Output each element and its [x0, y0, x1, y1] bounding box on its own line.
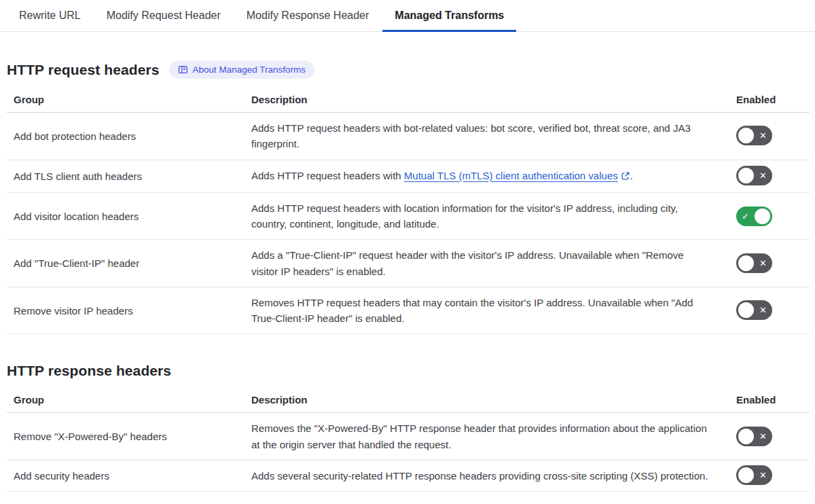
response-headers-section: HTTP response headers Group Description …	[7, 363, 810, 501]
table-row: Add TLS client auth headers Adds HTTP re…	[7, 160, 810, 193]
description-text: Adds HTTP request headers with bot-relat…	[244, 113, 728, 160]
description-text: Adds several security-related HTTP respo…	[244, 461, 728, 491]
request-section-title: HTTP request headers	[7, 62, 160, 78]
table-row: Add bot protection headers Adds HTTP req…	[7, 113, 810, 160]
toggle-knob	[738, 128, 754, 143]
transform-rules-tabbar: Rewrite URL Modify Request Header Modify…	[0, 0, 815, 32]
request-headers-table: Group Description Enabled Add bot protec…	[7, 88, 810, 334]
tab-modify-response-header[interactable]: Modify Response Header	[234, 0, 382, 32]
toggle-knob	[738, 429, 754, 444]
column-header-group: Group	[7, 389, 244, 412]
x-icon: ✕	[756, 171, 770, 180]
x-icon: ✕	[756, 306, 770, 314]
toggle-knob	[738, 302, 754, 318]
group-label: Add security headers	[7, 462, 244, 490]
column-header-description: Description	[244, 389, 728, 412]
about-managed-transforms-badge[interactable]: About Managed Transforms	[169, 60, 315, 79]
tab-rewrite-url[interactable]: Rewrite URL	[7, 0, 93, 32]
table-row: Add "True-Client-IP" header Adds a "True…	[7, 240, 810, 287]
toggle-add-visitor-location-headers[interactable]: ✓	[736, 206, 772, 226]
toggle-knob	[755, 209, 770, 224]
response-section-title: HTTP response headers	[7, 363, 171, 379]
external-link-icon	[621, 169, 630, 185]
group-label: Remove visitor IP headers	[7, 297, 244, 325]
table-row: Remove "X-Powered-By" headers Removes th…	[7, 413, 810, 461]
toggle-remove-visitor-ip-headers[interactable]: ✕	[736, 300, 772, 320]
group-label: Add "True-Client-IP" header	[7, 249, 244, 277]
toggle-add-security-headers[interactable]: ✕	[736, 465, 772, 485]
book-icon	[178, 65, 188, 75]
group-label: Add bot protection headers	[7, 122, 244, 150]
description-text: Adds a "True-Client-IP" request header w…	[244, 240, 728, 287]
description-prefix: Adds HTTP request headers with	[251, 170, 404, 181]
x-icon: ✕	[756, 471, 770, 480]
group-label: Add visitor location headers	[7, 202, 244, 230]
toggle-add-true-client-ip-header[interactable]: ✕	[736, 253, 772, 273]
mtls-docs-link[interactable]: Mutual TLS (mTLS) client authentication …	[404, 170, 618, 181]
toggle-add-tls-client-auth-headers[interactable]: ✕	[736, 166, 772, 185]
tab-managed-transforms[interactable]: Managed Transforms	[382, 0, 516, 32]
check-icon: ✓	[738, 212, 753, 221]
table-row: Add visitor location headers Adds HTTP r…	[7, 193, 810, 240]
group-label: Add TLS client auth headers	[7, 162, 244, 190]
toggle-knob	[738, 168, 754, 183]
table-row: Remove visitor IP headers Removes HTTP r…	[7, 287, 810, 335]
column-header-enabled: Enabled	[728, 88, 810, 112]
request-headers-section: HTTP request headers About Managed Trans…	[7, 60, 810, 334]
toggle-knob	[738, 255, 754, 271]
toggle-remove-x-powered-by-headers[interactable]: ✕	[736, 427, 772, 446]
tab-modify-request-header[interactable]: Modify Request Header	[94, 0, 233, 32]
description-text: Adds HTTP request headers with location …	[244, 193, 728, 240]
column-header-enabled: Enabled	[728, 389, 810, 412]
x-icon: ✕	[756, 432, 770, 441]
x-icon: ✕	[756, 259, 770, 268]
toggle-knob	[738, 467, 754, 483]
description-text: Removes the "X-Powered-By" HTTP response…	[244, 413, 728, 460]
table-header-row: Group Description Enabled	[7, 389, 810, 413]
description-text: Adds HTTP request headers with Mutual TL…	[244, 160, 728, 192]
response-headers-table: Group Description Enabled Remove "X-Powe…	[7, 389, 810, 492]
column-header-group: Group	[7, 88, 244, 112]
description-text: Removes HTTP request headers that may co…	[244, 287, 728, 334]
x-icon: ✕	[756, 131, 770, 140]
column-header-description: Description	[244, 88, 728, 112]
about-badge-label: About Managed Transforms	[193, 65, 306, 75]
toggle-add-bot-protection-headers[interactable]: ✕	[736, 126, 772, 145]
table-row: Add security headers Adds several securi…	[7, 461, 810, 492]
table-header-row: Group Description Enabled	[7, 88, 810, 113]
group-label: Remove "X-Powered-By" headers	[7, 422, 244, 450]
description-suffix: .	[630, 170, 633, 181]
